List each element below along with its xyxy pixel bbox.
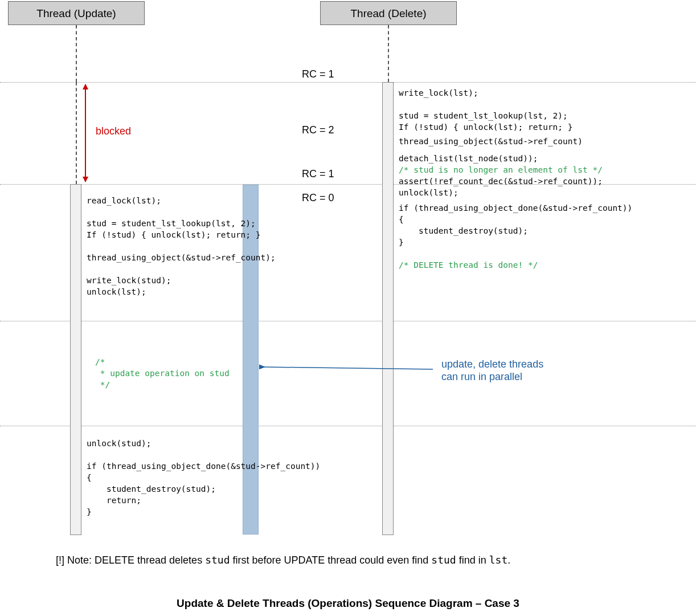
rc-1-label: RC = 1 [302,68,334,80]
activation-update [70,184,81,535]
rc-1b-label: RC = 1 [302,168,334,180]
rc-2-label: RC = 2 [302,124,334,136]
delete-code-1: write_lock(lst); stud = student_lst_look… [399,87,573,133]
parallel-arrow [259,359,436,382]
lifeline-update [76,25,77,82]
delete-code-2: thread_using_object(&stud->ref_count) [399,136,583,147]
hline-3 [0,321,696,321]
thread-delete-header: Thread (Delete) [320,1,457,25]
lifeline-update-blocked [76,82,77,184]
rc-0-label: RC = 0 [302,192,334,204]
thread-update-header: Thread (Update) [8,1,145,25]
diagram-title: Update & Delete Threads (Operations) Seq… [0,597,696,610]
blocked-arrow [85,84,86,182]
sequence-diagram: Thread (Update) Thread (Delete) RC = 1 R… [0,0,696,616]
lifeline-delete [388,25,389,82]
delete-code-4: if (thread_using_object_done(&stud->ref_… [399,202,632,271]
parallel-annotation: update, delete threads can run in parall… [441,358,543,383]
diagram-note: [!] Note: DELETE thread deletes stud fir… [56,554,510,566]
hline-1 [0,82,696,83]
update-code-3: unlock(stud); if (thread_using_object_do… [87,438,320,517]
blocked-label: blocked [96,125,131,137]
svg-line-0 [264,367,433,369]
activation-delete [382,82,394,535]
delete-code-3: detach_list(lst_node(stud)); /* stud is … [399,153,603,198]
update-code-1: read_lock(lst); stud = student_lst_looku… [87,195,276,297]
hline-4 [0,426,696,426]
update-code-2: /* * update operation on stud */ [95,356,230,390]
